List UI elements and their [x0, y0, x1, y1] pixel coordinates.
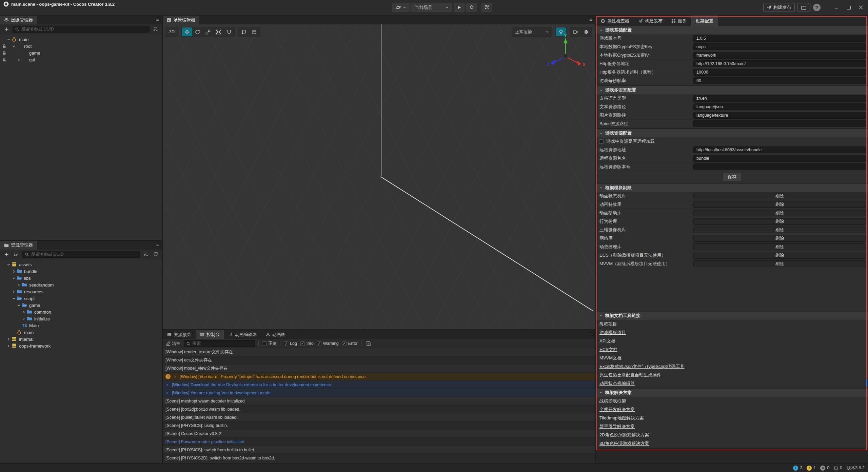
console-message[interactable]: ! [Window] model_view文件夹存在 — [163, 365, 595, 373]
solution-link[interactable]: 新手引导解决方案 — [599, 424, 635, 430]
tab-framework-config[interactable]: 框架配置 — [691, 16, 718, 26]
info-count[interactable]: i3 — [793, 466, 802, 471]
remove-module-button[interactable]: 剔除 — [693, 227, 866, 233]
expand-chevron-icon[interactable] — [16, 303, 21, 308]
hierarchy-search[interactable] — [13, 26, 150, 33]
platform-select-button[interactable] — [392, 3, 410, 12]
maximize-button[interactable] — [844, 3, 854, 12]
expand-chevron-icon[interactable] — [16, 57, 21, 62]
tab-services[interactable]: 服务 — [667, 16, 691, 26]
tab-animation-graph[interactable]: 动画图 — [261, 330, 290, 339]
expand-chevron-icon[interactable] — [6, 343, 11, 348]
asset-node[interactable]: TS libs — [0, 275, 162, 281]
filter-icon[interactable] — [152, 25, 159, 33]
tab-scene-editor[interactable]: 场景编辑器 — [163, 16, 199, 24]
notification-count[interactable]: 0 — [834, 466, 842, 470]
gizmo-space-button[interactable] — [249, 27, 259, 36]
asset-node[interactable]: TS oops-framework — [0, 342, 162, 349]
asset-node[interactable]: TS assets — [0, 261, 162, 268]
console-message[interactable]: ! [Scene] Cocos Creator v3.8.2 — [163, 430, 595, 438]
section-header[interactable]: 游戏资源配置 — [596, 129, 868, 137]
build-publish-button[interactable]: 构建发布 — [763, 3, 795, 12]
expand-chevron-icon[interactable] — [173, 375, 177, 378]
save-button[interactable]: 保存 — [723, 173, 742, 181]
sort-icon[interactable] — [13, 251, 20, 258]
create-node-button[interactable] — [3, 25, 10, 33]
menu-item[interactable] — [1, 8, 8, 10]
section-header[interactable]: 游戏基础配置 — [596, 26, 868, 34]
config-value-input[interactable]: language/json — [693, 103, 866, 110]
doc-link[interactable]: 动画状态机编辑器 — [599, 380, 635, 387]
remote-load-checkbox[interactable]: ✓ — [599, 139, 604, 144]
expand-chevron-icon[interactable] — [16, 282, 21, 287]
3d-2d-toggle[interactable]: 3D — [166, 27, 178, 36]
remove-module-button[interactable]: 剔除 — [693, 252, 866, 259]
section-header[interactable]: 游戏多语言配置 — [596, 86, 868, 94]
doc-link[interactable]: ECS文档 — [599, 347, 617, 353]
expand-chevron-icon[interactable] — [11, 289, 16, 294]
snap-settings-button[interactable] — [238, 27, 249, 36]
panel-menu-icon[interactable]: ≡ — [589, 17, 592, 22]
console-search[interactable] — [184, 340, 255, 347]
doc-link[interactable]: 教程项目 — [599, 321, 617, 327]
config-value-input[interactable]: http://localhost:8083/assets/bundle — [693, 146, 866, 153]
error-count[interactable]: ×0 — [820, 466, 829, 471]
config-value-input[interactable]: http://192.168.0.150/main/ — [693, 60, 866, 67]
tab-animation-editor[interactable]: 动画编辑器 — [224, 330, 261, 339]
menu-item[interactable] — [42, 8, 49, 10]
tab-asset-preview[interactable]: 资源预览 — [163, 330, 196, 339]
move-tool-button[interactable] — [182, 27, 192, 36]
solution-link[interactable]: 2D角色扮演游戏解决方案 — [599, 432, 649, 438]
asset-node[interactable]: TS seedrandom — [0, 281, 162, 288]
console-message[interactable]: ! [Window] [Vue warn]: Property "onInput… — [163, 373, 595, 381]
rotate-tool-button[interactable] — [192, 27, 203, 36]
console-message[interactable]: ! [Scene] meshopt wasm decoder initializ… — [163, 397, 595, 405]
doc-link[interactable]: 游戏模板项目 — [599, 330, 626, 336]
remove-module-button[interactable]: 剔除 — [693, 201, 866, 208]
console-message[interactable]: ! [Scene] [PHYSICS2D]: switch from box2d… — [163, 454, 595, 462]
panel-menu-icon[interactable]: ≡ — [589, 331, 592, 337]
rect-tool-button[interactable] — [213, 27, 224, 36]
scene-viewport[interactable]: 3D 正常渲染 — [163, 24, 595, 329]
expand-chevron-icon[interactable] — [165, 383, 170, 387]
console-message[interactable]: ! [Window] render_texture文件夹存在 — [163, 348, 595, 356]
section-header[interactable]: 框架文档工具链接 — [596, 312, 868, 320]
asset-node[interactable]: TS main — [0, 329, 162, 336]
warning-count[interactable]: !1 — [807, 466, 816, 471]
config-value-input[interactable] — [693, 120, 866, 127]
log-filter-checkbox[interactable]: ✓Warning — [317, 341, 339, 346]
config-value-input[interactable]: framework — [693, 52, 866, 59]
hierarchy-node[interactable]: TS main — [0, 36, 162, 43]
solution-link[interactable]: 3D角色扮演游戏解决方案 — [599, 440, 649, 447]
tab-hierarchy[interactable]: 层级管理器 — [0, 16, 37, 24]
filter-icon[interactable] — [142, 251, 150, 258]
remove-module-button[interactable]: 剔除 — [693, 193, 866, 199]
asset-node[interactable]: TS Main — [0, 322, 162, 329]
section-header[interactable]: 框架解决方案 — [596, 389, 868, 397]
asset-node[interactable]: TS internal — [0, 336, 162, 342]
create-asset-button[interactable] — [3, 251, 10, 258]
preview-qr-button[interactable] — [481, 3, 492, 12]
help-button[interactable]: ? — [813, 4, 821, 11]
scene-select[interactable]: 当前场景 — [411, 3, 452, 12]
close-button[interactable] — [856, 3, 866, 12]
menu-item[interactable] — [22, 8, 28, 10]
log-filter-checkbox[interactable]: ✓Log — [284, 341, 297, 346]
scale-tool-button[interactable] — [203, 27, 213, 36]
hierarchy-node[interactable]: TS root — [0, 43, 162, 50]
config-value-input[interactable]: language/texture — [693, 112, 866, 119]
asset-node[interactable]: TS game — [0, 302, 162, 309]
tab-assets[interactable]: 资源管理器 — [0, 241, 37, 250]
asset-node[interactable]: TS initialize — [0, 315, 162, 322]
solution-link[interactable]: Tiledmap地图解决方案 — [599, 415, 644, 421]
console-message[interactable]: ! [Scene] [bullet]:bullet wasm lib loade… — [163, 413, 595, 421]
console-message[interactable]: ! [Window] You are running Vue in develo… — [163, 389, 595, 397]
solution-link[interactable]: 全栈开发解决方案 — [599, 407, 635, 413]
doc-link[interactable]: Excel格式转Json文件与TypeScript代码工具 — [599, 363, 685, 370]
console-message[interactable]: ! [Scene] [box2d]:box2d wasm lib loaded. — [163, 405, 595, 413]
axis-gizmo[interactable]: Y X Z — [545, 34, 589, 78]
minimize-button[interactable] — [831, 3, 842, 12]
tab-property-inspector[interactable]: 属性检查器 — [596, 16, 634, 26]
config-value-input[interactable]: 60 — [693, 77, 866, 84]
expand-chevron-icon[interactable] — [21, 310, 26, 314]
